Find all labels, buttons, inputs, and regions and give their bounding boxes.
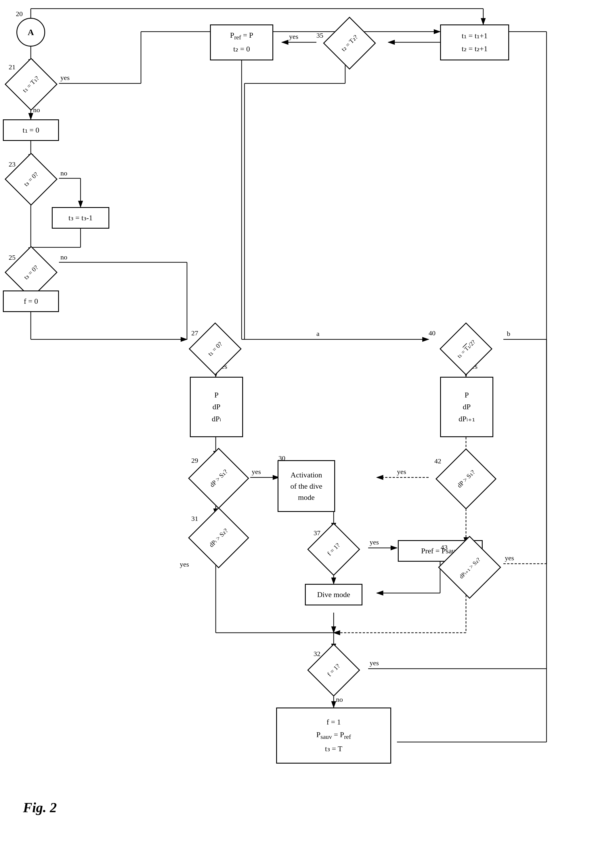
svg-text:yes: yes xyxy=(370,539,379,546)
diamond-32: f = 1? xyxy=(305,650,363,690)
label-20: 20 xyxy=(16,10,23,18)
diamond-37: f = 1? xyxy=(305,529,363,570)
rect-41-line3: dPᵢ₊₁ xyxy=(459,413,475,425)
rect-24: t₃ = t₃-1 xyxy=(52,207,109,229)
rect-36: Pref = P t₂ = 0 xyxy=(210,24,273,61)
rect-33-line1: f = 1 xyxy=(316,716,351,729)
diamond-31: dPᵢ > S₂? xyxy=(186,515,252,561)
rect-30: Activation of the dive mode xyxy=(277,460,335,512)
svg-text:yes: yes xyxy=(397,468,406,475)
svg-text:no: no xyxy=(60,170,67,177)
rect-33-line3: t₃ = T xyxy=(316,743,351,755)
diamond-42: dP > S₁? xyxy=(428,457,504,500)
rect-28-line2: dP xyxy=(212,401,221,413)
rect-26-label: f = 0 xyxy=(24,297,38,306)
svg-text:b: b xyxy=(507,330,510,337)
rect-28-line3: dPᵢ xyxy=(212,413,221,425)
svg-text:yes: yes xyxy=(370,659,379,667)
svg-text:a: a xyxy=(316,330,320,337)
rect-38-label: Dive mode xyxy=(317,590,350,599)
rect-41-line1: P xyxy=(459,389,475,401)
rect-30-line2: of the dive xyxy=(290,481,322,492)
diamond-21: t₁ = T₁? xyxy=(3,66,59,103)
rect-24-label: t₃ = t₃-1 xyxy=(68,213,93,222)
rect-26: f = 0 xyxy=(3,291,59,312)
diamond-40: t₁ = T₁/2? xyxy=(428,330,504,368)
rect-30-line3: mode xyxy=(290,492,322,503)
rect-34: t₁ = t₁+1 t₂ = t₂+1 xyxy=(440,24,509,61)
diamond-23: t₃ = 0? xyxy=(3,161,59,198)
rect-30-line1: Activation xyxy=(290,469,322,481)
rect-28-line1: P xyxy=(212,389,221,401)
svg-text:no: no xyxy=(336,696,343,703)
svg-text:yes: yes xyxy=(60,74,69,81)
rect-34-line1: t₁ = t₁+1 xyxy=(462,30,488,42)
rect-34-line2: t₂ = t₂+1 xyxy=(462,43,488,55)
svg-text:no: no xyxy=(60,253,67,261)
fig-label-text: Fig. 2 xyxy=(23,800,57,815)
rect-41: P dP dPᵢ₊₁ xyxy=(440,377,493,437)
rect-22-label: t₁ = 0 xyxy=(23,126,40,134)
rect-38: Dive mode xyxy=(305,584,363,605)
rect-33: f = 1 Psauv = Pref t₃ = T xyxy=(276,707,391,763)
node-A-label: A xyxy=(28,27,34,37)
svg-text:yes: yes xyxy=(252,468,261,475)
svg-text:yes: yes xyxy=(180,561,189,568)
rect-22: t₁ = 0 xyxy=(3,120,59,141)
rect-28: P dP dPᵢ xyxy=(190,377,243,437)
diamond-35: t₂ = T₂? xyxy=(316,24,384,62)
svg-text:yes: yes xyxy=(289,33,298,40)
rect-36-line1: Pref = P xyxy=(230,29,254,43)
fig-label: Fig. 2 xyxy=(23,800,57,815)
rect-33-line2: Psauv = Pref xyxy=(316,729,351,742)
diagram-container: yes no no yes xyxy=(0,0,596,868)
diamond-27: t₁ = 0? xyxy=(186,330,244,368)
node-A: A xyxy=(16,18,45,47)
diamond-29: dP > S₁? xyxy=(186,457,252,500)
diamond-25: t₃ = 0? xyxy=(3,254,59,291)
diamond-43: dPᵢ₊₁ > S₂? xyxy=(428,545,512,591)
rect-41-line2: dP xyxy=(459,401,475,413)
rect-36-line2: t₂ = 0 xyxy=(230,43,254,56)
